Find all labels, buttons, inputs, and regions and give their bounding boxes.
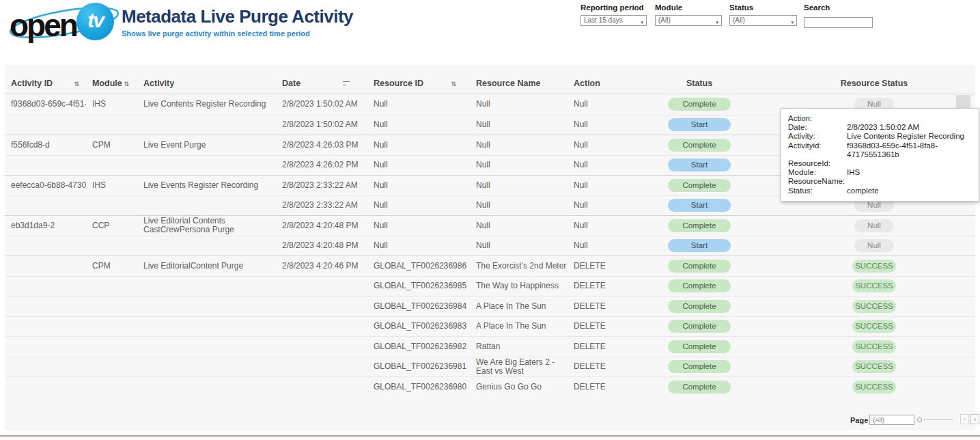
cell-action: DELETE <box>568 262 655 271</box>
column-header-activity-id[interactable]: Activity ID ⇅ <box>5 79 86 88</box>
column-header-resource-id[interactable]: Resource ID ⇅ <box>367 79 470 88</box>
cell-action: DELETE <box>568 383 655 391</box>
opentv-logo: open tv <box>5 2 122 42</box>
cell-resource-status: SUCCESS <box>761 340 980 353</box>
page-slider-knob[interactable] <box>917 417 922 422</box>
logo-tv-circle: tv <box>76 3 114 40</box>
cell-status: Complete <box>655 139 744 152</box>
logo-open-text: open <box>10 7 76 44</box>
tooltip-row: Module:IHS <box>788 168 972 177</box>
sort-descending-icon[interactable] <box>343 81 350 86</box>
resource-status-badge: SUCCESS <box>852 360 896 373</box>
cell-resource-status: SUCCESS <box>761 300 980 313</box>
table-row[interactable]: CPM Live EditorialContent Purge 2/8/2023… <box>5 256 975 276</box>
sort-icon[interactable]: ⇅ <box>451 81 456 87</box>
cell-resource-id: GLOBAL_TF0026236986 <box>367 262 470 271</box>
next-page-button[interactable]: › <box>970 414 979 424</box>
table-row[interactable]: GLOBAL_TF0026236984 A Place In The Sun D… <box>5 296 975 316</box>
cell-date: 2/8/2023 1:50:02 AM <box>276 100 367 109</box>
cell-activity: Live Event Purge <box>137 141 276 150</box>
column-header-date[interactable]: Date <box>276 79 367 88</box>
cell-resource-id: GLOBAL_TF0026236983 <box>367 322 470 331</box>
cell-resource-name: We Are Big Eaters 2 - East vs West <box>470 358 568 376</box>
page-slider-track <box>923 420 953 420</box>
cell-resource-id: Null <box>367 181 470 190</box>
cell-status: Complete <box>655 98 744 111</box>
column-header-status[interactable]: Status <box>655 79 744 88</box>
column-header-action[interactable]: Action <box>568 79 655 88</box>
resource-status-badge: Null <box>854 239 894 252</box>
cell-resource-name: Null <box>470 120 568 129</box>
page-slider[interactable] <box>917 417 953 424</box>
tooltip-field-value: complete <box>847 187 972 195</box>
chevron-down-icon: ▾ <box>791 18 794 27</box>
sort-icon[interactable]: ⇅ <box>124 81 129 87</box>
cell-status: Complete <box>655 219 744 232</box>
cell-action: Null <box>568 161 655 169</box>
cell-activity-id: eefecca0-6b88-4730-8.. <box>5 181 86 190</box>
cell-resource-id: Null <box>367 161 470 169</box>
table-row[interactable]: GLOBAL_TF0026236981 We Are Big Eaters 2 … <box>5 357 975 377</box>
tooltip-field-value: IHS <box>847 168 972 177</box>
table-row[interactable]: GLOBAL_TF0026236983 A Place In The Sun D… <box>5 316 975 337</box>
page-subtitle: Shows live purge activity within selecte… <box>122 29 353 38</box>
page-size-select[interactable]: (All) <box>869 415 914 425</box>
cell-date: 2/8/2023 4:20:46 PM <box>276 262 367 271</box>
cell-activity: Live Contents Register Recording <box>137 100 276 109</box>
table-row[interactable]: 2/8/2023 4:20:48 PM Null Null Null Start… <box>5 236 975 256</box>
cell-resource-id: Null <box>367 201 470 210</box>
cell-resource-name: Null <box>470 141 568 150</box>
status-badge: Complete <box>668 360 731 373</box>
reporting-period-select[interactable]: Last 15 days ▾ <box>580 15 647 26</box>
tooltip-field-value: 2/8/2023 1:50:02 AM <box>847 123 972 132</box>
tooltip-field-value: Live Contents Register Recording <box>847 132 972 141</box>
cell-resource-name: A Place In The Sun <box>470 322 568 331</box>
tooltip-field-label: ResourceName: <box>788 177 847 186</box>
cell-resource-id: Null <box>367 141 470 150</box>
resource-status-badge: SUCCESS <box>852 340 896 353</box>
cell-status: Complete <box>655 279 744 292</box>
cell-module: CPM <box>86 141 137 150</box>
cell-module: CPM <box>86 262 137 271</box>
tooltip-field-label: ResourceId: <box>788 159 847 168</box>
cell-date: 2/8/2023 1:50:02 AM <box>276 120 367 129</box>
module-filter-select[interactable]: (All) ▾ <box>655 15 722 26</box>
search-input[interactable] <box>804 17 873 28</box>
column-header-resource-name[interactable]: Resource Name <box>470 79 568 88</box>
previous-page-button[interactable]: ‹ <box>960 414 969 424</box>
table-row[interactable]: GLOBAL_TF0026236980 Genius Go Go Go DELE… <box>5 376 975 397</box>
vertical-scrollbar-thumb[interactable] <box>956 95 970 108</box>
cell-status: Complete <box>655 340 744 353</box>
status-badge: Complete <box>668 279 731 292</box>
cell-resource-status: SUCCESS <box>761 279 980 292</box>
cell-resource-name: The Exorcist's 2nd Meter <box>470 262 568 271</box>
tooltip-row: Action: <box>788 114 972 123</box>
tooltip-field-label: Activityid: <box>788 141 847 159</box>
table-row[interactable]: GLOBAL_TF0026236985 The Way to Happiness… <box>5 276 975 297</box>
cell-action: Null <box>568 141 655 150</box>
cell-activity: Live Events Register Recording <box>137 181 276 190</box>
cell-resource-name: The Way to Happiness <box>470 281 568 290</box>
resource-status-badge: SUCCESS <box>852 320 896 333</box>
tooltip-field-label: Date: <box>788 123 847 132</box>
chevron-down-icon: ▾ <box>716 18 718 27</box>
column-header-resource-status[interactable]: Resource Status <box>761 79 980 88</box>
table-row[interactable]: eb3d1da9-2 CCP Live Editorial Contents C… <box>5 215 975 236</box>
column-header-module[interactable]: Module ⇅ <box>86 79 137 88</box>
cell-date: 2/8/2023 4:20:48 PM <box>276 221 367 230</box>
table-row[interactable]: GLOBAL_TF0026236982 Rattan DELETE Comple… <box>5 336 975 357</box>
column-header-activity[interactable]: Activity <box>137 79 276 88</box>
cell-resource-status: Null <box>761 219 980 232</box>
tooltip-field-value: f9368d03-659c-4f51-8fa8-47175551361b <box>847 141 972 159</box>
status-filter-select[interactable]: (All) ▾ <box>729 15 797 26</box>
sort-icon[interactable]: ⇅ <box>74 81 79 87</box>
tooltip-field-label: Action: <box>788 114 847 123</box>
cell-action: DELETE <box>568 362 655 371</box>
cell-activity: Live Editorial Contents CastCrewPersona … <box>137 217 276 234</box>
cell-resource-status: SUCCESS <box>761 260 980 273</box>
cell-action: DELETE <box>568 302 655 311</box>
status-badge: Start <box>668 199 731 212</box>
cell-activity-id: eb3d1da9-2 <box>5 221 86 230</box>
tooltip-row: Activityid:f9368d03-659c-4f51-8fa8-47175… <box>788 141 972 159</box>
resource-status-badge: SUCCESS <box>852 381 896 394</box>
